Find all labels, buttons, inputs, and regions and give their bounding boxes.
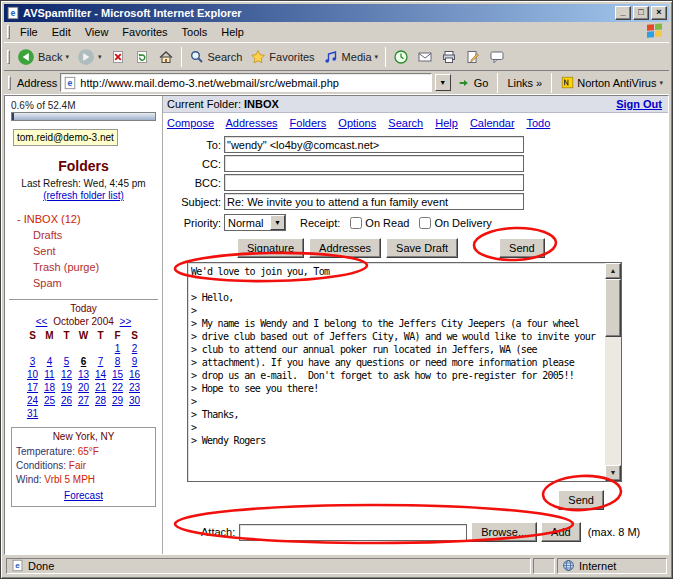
discuss-button[interactable] xyxy=(485,45,509,69)
on-read-checkbox[interactable] xyxy=(350,217,362,229)
calendar-prev-link[interactable]: << xyxy=(36,316,48,327)
subject-input[interactable] xyxy=(224,193,524,210)
calendar-date[interactable]: 21 xyxy=(93,382,109,393)
nav-options-link[interactable]: Options xyxy=(338,117,376,129)
norton-dropdown-icon[interactable]: ▾ xyxy=(659,79,663,87)
address-dropdown-button[interactable]: ▼ xyxy=(435,74,451,91)
calendar-date[interactable]: 12 xyxy=(59,369,75,380)
on-delivery-checkbox[interactable] xyxy=(419,217,431,229)
calendar-date[interactable]: 25 xyxy=(42,395,58,406)
history-button[interactable] xyxy=(389,45,413,69)
nav-folders-link[interactable]: Folders xyxy=(290,117,327,129)
menu-grip[interactable] xyxy=(7,25,10,39)
priority-dropdown-icon[interactable]: ▼ xyxy=(270,215,285,230)
calendar-date[interactable]: 8 xyxy=(110,356,126,367)
signature-button[interactable]: Signature xyxy=(237,238,304,258)
to-input[interactable] xyxy=(224,136,524,153)
home-button[interactable] xyxy=(154,45,178,69)
cc-input[interactable] xyxy=(224,155,524,172)
calendar-date[interactable]: 31 xyxy=(25,408,41,419)
calendar-date[interactable]: 4 xyxy=(42,356,58,367)
calendar-date[interactable]: 15 xyxy=(110,369,126,380)
maximize-button[interactable]: □ xyxy=(633,6,649,20)
address-grip[interactable] xyxy=(8,76,11,90)
links-button[interactable]: Links » xyxy=(504,72,545,94)
refresh-folder-list-link[interactable]: (refresh folder list) xyxy=(5,190,162,201)
menu-favorites[interactable]: Favorites xyxy=(115,24,174,40)
folder-inbox-link[interactable]: INBOX xyxy=(24,213,58,225)
calendar-date[interactable]: 26 xyxy=(59,395,75,406)
back-dropdown-icon[interactable]: ▾ xyxy=(65,53,69,61)
menu-help[interactable]: Help xyxy=(214,24,251,40)
address-input[interactable]: e http://www.mail.demo-3.net/webmail/src… xyxy=(60,73,431,92)
print-button[interactable] xyxy=(437,45,461,69)
calendar-date[interactable]: 22 xyxy=(110,382,126,393)
norton-antivirus-button[interactable]: Norton AntiVirus ▾ xyxy=(558,72,666,94)
send-button-bottom[interactable]: Send xyxy=(558,490,604,510)
calendar-date[interactable]: 17 xyxy=(25,382,41,393)
nav-calendar-link[interactable]: Calendar xyxy=(470,117,515,129)
message-body[interactable]: We'd love to join you, Tom > Hello, > > … xyxy=(191,265,602,479)
message-scrollbar[interactable]: ▲ ▼ xyxy=(605,263,621,481)
forward-dropdown-icon[interactable]: ▾ xyxy=(98,53,102,61)
folder-spam-link[interactable]: Spam xyxy=(33,277,62,289)
edit-button[interactable] xyxy=(461,45,485,69)
calendar-date[interactable]: 27 xyxy=(76,395,92,406)
calendar-date[interactable]: 24 xyxy=(25,395,41,406)
nav-search-link[interactable]: Search xyxy=(388,117,423,129)
media-button[interactable]: Media ▾ xyxy=(319,45,382,69)
calendar-date[interactable]: 29 xyxy=(110,395,126,406)
calendar-date[interactable]: 10 xyxy=(25,369,41,380)
nav-todo-link[interactable]: Todo xyxy=(526,117,550,129)
close-button[interactable]: × xyxy=(651,6,667,20)
calendar-date[interactable]: 3 xyxy=(25,356,41,367)
calendar-date[interactable]: 20 xyxy=(76,382,92,393)
browse-button[interactable]: Browse... xyxy=(471,522,537,542)
folder-drafts-link[interactable]: Drafts xyxy=(33,229,62,241)
calendar-date[interactable]: 19 xyxy=(59,382,75,393)
menu-edit[interactable]: Edit xyxy=(45,24,78,40)
back-button[interactable]: Back ▾ xyxy=(13,45,73,69)
calendar-next-link[interactable]: >> xyxy=(120,316,132,327)
calendar-date[interactable]: 5 xyxy=(59,356,75,367)
calendar-date[interactable]: 16 xyxy=(127,369,143,380)
forward-button[interactable]: ▾ xyxy=(73,45,106,69)
calendar-date[interactable]: 30 xyxy=(127,395,143,406)
trash-purge-link[interactable]: (purge) xyxy=(64,261,99,273)
search-button[interactable]: Search xyxy=(185,45,247,69)
sign-out-link[interactable]: Sign Out xyxy=(616,98,662,110)
calendar-date[interactable]: 11 xyxy=(42,369,58,380)
folder-sent-link[interactable]: Sent xyxy=(33,245,56,257)
calendar-date[interactable]: 6 xyxy=(76,356,92,367)
addresses-button[interactable]: Addresses xyxy=(309,238,381,258)
menu-tools[interactable]: Tools xyxy=(175,24,215,40)
priority-select[interactable]: Normal ▼ xyxy=(224,214,286,231)
calendar-date[interactable]: 9 xyxy=(127,356,143,367)
bcc-input[interactable] xyxy=(224,174,524,191)
stop-button[interactable] xyxy=(106,45,130,69)
nav-compose-link[interactable]: Compose xyxy=(167,117,214,129)
scroll-thumb[interactable] xyxy=(605,279,621,337)
scroll-down-button[interactable]: ▼ xyxy=(605,465,621,481)
calendar-date[interactable]: 18 xyxy=(42,382,58,393)
save-draft-button[interactable]: Save Draft xyxy=(386,238,458,258)
send-button-top[interactable]: Send xyxy=(499,238,545,258)
refresh-button[interactable] xyxy=(130,45,154,69)
minimize-button[interactable]: _ xyxy=(615,6,631,20)
nav-addresses-link[interactable]: Addresses xyxy=(226,117,278,129)
calendar-date[interactable]: 1 xyxy=(110,343,126,354)
forecast-link[interactable]: Forecast xyxy=(16,490,151,501)
mail-button[interactable] xyxy=(413,45,437,69)
attach-input[interactable] xyxy=(239,524,467,541)
folder-trash-link[interactable]: Trash xyxy=(33,261,61,273)
add-button[interactable]: Add xyxy=(541,522,581,542)
toolbar-grip[interactable] xyxy=(7,50,10,64)
menu-file[interactable]: File xyxy=(13,24,45,40)
calendar-date[interactable]: 2 xyxy=(127,343,143,354)
favorites-button[interactable]: Favorites xyxy=(246,45,318,69)
menu-view[interactable]: View xyxy=(78,24,116,40)
media-dropdown-icon[interactable]: ▾ xyxy=(375,53,379,61)
calendar-date[interactable]: 28 xyxy=(93,395,109,406)
calendar-date[interactable]: 7 xyxy=(93,356,109,367)
go-button[interactable]: Go xyxy=(454,72,492,94)
